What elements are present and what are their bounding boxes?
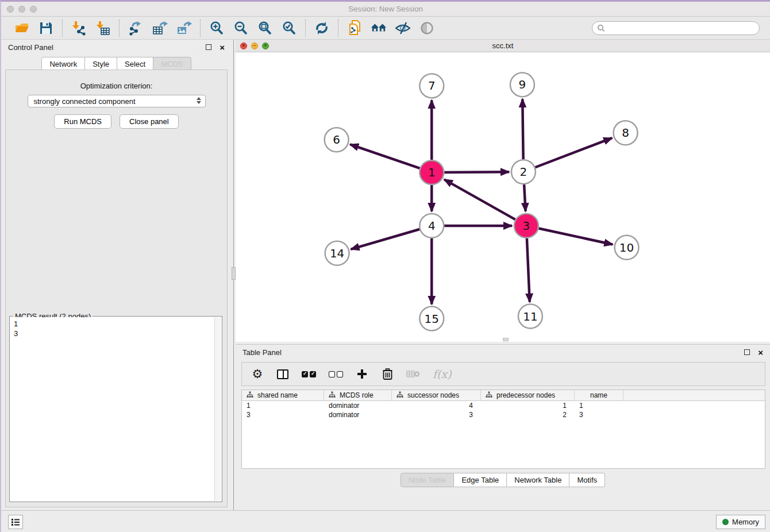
edge-4-14[interactable] [351, 229, 420, 249]
vertical-splitter[interactable] [232, 40, 236, 510]
zoom-out-icon[interactable] [233, 20, 249, 36]
table-cell[interactable]: 2 [481, 410, 575, 419]
table-panel: Table Panel × ⚙f(x) shared nameMCDS role… [236, 344, 770, 510]
graph-node-14[interactable]: 14 [325, 241, 349, 265]
export-network-icon[interactable] [128, 20, 144, 36]
edge-2-3[interactable] [524, 184, 525, 211]
edge-3-1[interactable] [444, 179, 515, 219]
float-panel-icon[interactable] [206, 44, 211, 50]
select-all-icon[interactable] [302, 367, 316, 381]
network-view-window: × − + scc.txt 7968124314101511 [236, 40, 770, 342]
table-cell[interactable]: 4 [392, 401, 481, 410]
table-cell[interactable]: 1 [575, 401, 623, 410]
table-cell[interactable]: 3 [242, 410, 324, 419]
network-graph[interactable]: 7968124314101511 [236, 52, 770, 342]
open-session-icon[interactable] [14, 20, 30, 36]
edge-1-6[interactable] [350, 144, 419, 168]
houses-icon[interactable] [371, 20, 387, 36]
result-scrollbar[interactable] [214, 317, 221, 501]
zoom-fit-icon[interactable] [257, 20, 273, 36]
application-window: Session: New Session Control Panel × Net… [0, 0, 770, 532]
control-panel-header: Control Panel × [1, 40, 232, 55]
table-cell[interactable]: 1 [481, 401, 575, 410]
column-header-shared-name[interactable]: shared name [242, 390, 324, 400]
deselect-all-icon[interactable] [329, 367, 343, 381]
table-row[interactable]: 3dominator323 [242, 410, 765, 419]
run-mcds-button[interactable]: Run MCDS [54, 114, 111, 129]
edge-3-11[interactable] [527, 238, 530, 302]
table-cell[interactable]: 3 [575, 410, 623, 419]
graph-node-7[interactable]: 7 [419, 74, 444, 98]
criterion-dropdown[interactable]: strongly connected component [28, 95, 206, 107]
trash-icon[interactable] [381, 367, 394, 381]
canvas-bottom-grip[interactable] [503, 338, 509, 341]
svg-text:10: 10 [619, 241, 634, 255]
table-tab-edge-table[interactable]: Edge Table [454, 473, 507, 487]
graph-node-11[interactable]: 11 [518, 304, 542, 329]
graph-node-15[interactable]: 15 [419, 307, 444, 331]
graph-node-9[interactable]: 9 [510, 72, 534, 97]
edge-2-8[interactable] [535, 138, 612, 167]
memory-label: Memory [732, 518, 759, 526]
main-toolbar [1, 17, 770, 40]
close-panel-button[interactable]: Close panel [120, 114, 179, 129]
column-header-predecessor-nodes[interactable]: predecessor nodes [481, 390, 575, 400]
table-row[interactable]: 1dominator411 [242, 401, 765, 410]
graph-node-4[interactable]: 4 [419, 214, 444, 238]
table-cell[interactable]: 3 [392, 410, 481, 419]
table-panel-title: Table Panel [242, 348, 282, 357]
graph-node-10[interactable]: 10 [615, 236, 639, 260]
edge-3-10[interactable] [538, 229, 613, 245]
table-tab-motifs[interactable]: Motifs [569, 473, 605, 487]
zoom-selected-icon[interactable] [281, 20, 297, 36]
graph-node-8[interactable]: 8 [614, 121, 638, 145]
svg-text:8: 8 [622, 126, 629, 140]
hierarchy-icon [329, 391, 336, 400]
split-columns-icon[interactable] [276, 367, 289, 381]
search-input[interactable] [592, 21, 760, 35]
column-header-name[interactable]: name [575, 390, 623, 400]
svg-text:15: 15 [425, 312, 439, 326]
export-table-icon[interactable] [152, 20, 168, 36]
column-header-MCDS-role[interactable]: MCDS role [324, 390, 392, 400]
graph-node-3[interactable]: 3 [514, 214, 538, 238]
memory-button[interactable]: Memory [716, 515, 765, 529]
table-tab-network-table[interactable]: Network Table [507, 473, 569, 487]
table-cell[interactable]: dominator [324, 410, 392, 419]
column-label: MCDS role [340, 391, 374, 399]
apply-layout-icon[interactable] [314, 20, 330, 36]
eye-slash-icon[interactable] [395, 20, 411, 36]
table-tab-node-table[interactable]: Node Table [401, 473, 455, 487]
window-title: Session: New Session [1, 5, 770, 13]
delete-table-icon [406, 367, 420, 381]
task-history-button[interactable] [8, 515, 23, 529]
zoom-in-icon[interactable] [209, 20, 225, 36]
close-panel-icon[interactable]: × [220, 43, 225, 52]
edge-2-9[interactable] [522, 99, 523, 159]
add-icon[interactable] [356, 367, 368, 381]
table-float-panel-icon[interactable] [744, 349, 750, 355]
import-network-icon[interactable] [71, 20, 87, 36]
svg-text:11: 11 [523, 310, 537, 323]
clone-network-icon[interactable] [346, 20, 363, 36]
save-session-icon[interactable] [38, 20, 54, 36]
export-image-icon[interactable] [176, 20, 192, 36]
table-close-panel-icon[interactable]: × [758, 348, 763, 357]
edge-1-2[interactable] [444, 172, 509, 172]
graph-node-1[interactable]: 1 [419, 160, 444, 184]
dropdown-stepper-icon [197, 97, 201, 104]
table-cell[interactable]: 1 [242, 401, 324, 410]
svg-text:2: 2 [520, 165, 528, 179]
table-cell[interactable]: dominator [324, 401, 392, 410]
gear-icon[interactable]: ⚙ [251, 367, 264, 381]
graph-node-6[interactable]: 6 [325, 128, 349, 152]
eye-icon[interactable] [419, 20, 435, 36]
graph-node-2[interactable]: 2 [511, 160, 536, 184]
network-canvas[interactable]: 7968124314101511 [236, 52, 770, 342]
list-icon [11, 518, 20, 526]
splitter-grip[interactable] [232, 267, 236, 280]
memory-status-icon [722, 519, 729, 525]
import-table-icon[interactable] [95, 20, 111, 36]
column-header-successor-nodes[interactable]: successor nodes [392, 390, 481, 400]
status-bar: Memory [1, 510, 770, 532]
